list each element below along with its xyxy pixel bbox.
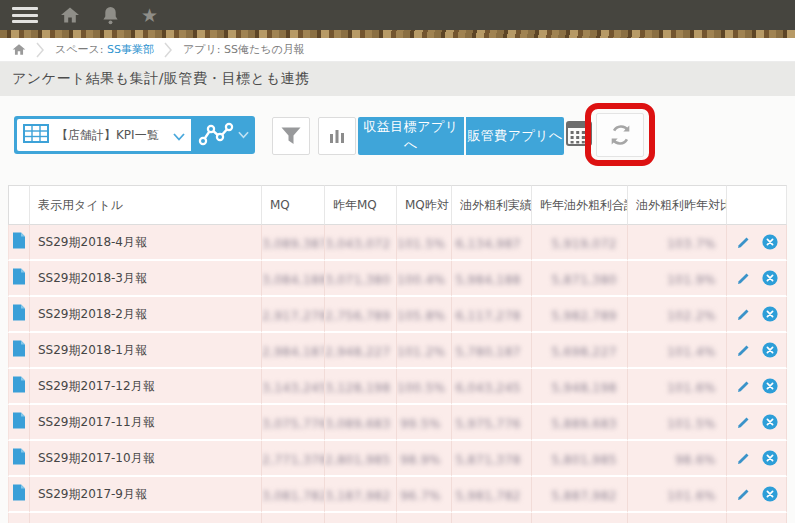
edit-record-button[interactable] — [734, 376, 754, 396]
breadcrumb-app-label: アプリ: SS俺たちの月報 — [183, 42, 305, 57]
refresh-icon — [608, 123, 633, 147]
table-row: SS29期2017-12月報3,143,2453,128,198100.5%6,… — [8, 369, 787, 405]
record-value: 101.5% — [628, 405, 727, 441]
delete-record-button[interactable] — [760, 448, 780, 468]
record-value: 3,089,387 — [262, 225, 325, 261]
record-value: 101.9% — [628, 261, 727, 297]
record-value: 101.2% — [397, 333, 452, 369]
delete-icon — [762, 306, 778, 322]
edit-record-button[interactable] — [734, 484, 754, 504]
record-value: 101.6% — [628, 477, 727, 513]
bell-icon[interactable] — [102, 6, 119, 25]
record-value: 5,871,378 — [452, 441, 532, 477]
chart-button[interactable] — [318, 117, 356, 155]
record-value: 100.5% — [397, 369, 452, 405]
record-title[interactable] — [30, 513, 262, 523]
record-title[interactable]: SS29期2018-4月報 — [30, 225, 262, 261]
calculator-grid-icon[interactable] — [566, 121, 592, 147]
record-actions — [727, 477, 787, 513]
header-lastyear-mq: 昨年MQ — [325, 185, 397, 225]
content-area: 【店舗計】KPI一覧 — [0, 96, 795, 523]
view-selector[interactable]: 【店舗計】KPI一覧 — [14, 116, 255, 154]
home-icon[interactable] — [60, 6, 80, 24]
record-value: 5,871,380 — [532, 261, 628, 297]
record-value: 3,143,245 — [262, 369, 325, 405]
record-title[interactable]: SS29期2018-3月報 — [30, 261, 262, 297]
record-value — [325, 513, 397, 523]
table-view-icon — [23, 124, 49, 147]
record-value: 102.2% — [628, 297, 727, 333]
menu-icon[interactable] — [12, 7, 38, 23]
header-mq: MQ — [262, 185, 325, 225]
record-value — [628, 513, 727, 523]
delete-record-button[interactable] — [760, 376, 780, 396]
record-value: 105.8% — [397, 297, 452, 333]
record-value: 6,117,278 — [452, 297, 532, 333]
delete-record-button[interactable] — [760, 268, 780, 288]
graph-view-button[interactable] — [191, 116, 255, 154]
breadcrumb-home-icon[interactable] — [12, 43, 26, 56]
delete-icon — [762, 450, 778, 466]
edit-record-button[interactable] — [734, 268, 754, 288]
table-row: SS29期2017-9月報3,081,7823,187,98296.7%5,98… — [8, 477, 787, 513]
page-title: アンケート結果も集計/販管費・目標とも連携 — [12, 70, 310, 88]
view-selector-current[interactable]: 【店舗計】KPI一覧 — [17, 119, 191, 151]
delete-record-button[interactable] — [760, 232, 780, 252]
record-title[interactable]: SS29期2018-1月報 — [30, 333, 262, 369]
refresh-button[interactable] — [596, 113, 644, 157]
delete-record-button[interactable] — [760, 484, 780, 504]
record-value: 5,698,227 — [532, 333, 628, 369]
revenue-target-app-button[interactable]: 収益目標アプリへ — [358, 117, 464, 155]
record-value — [452, 513, 532, 523]
record-actions — [727, 441, 787, 477]
delete-record-button[interactable] — [760, 412, 780, 432]
record-value: 5,982,789 — [532, 297, 628, 333]
record-document-icon — [12, 484, 26, 501]
edit-record-button[interactable] — [734, 412, 754, 432]
record-icon-cell — [8, 333, 30, 369]
record-value: 5,981,782 — [452, 477, 532, 513]
delete-record-button[interactable] — [760, 340, 780, 360]
edit-record-button[interactable] — [734, 304, 754, 324]
header-title: 表示用タイトル — [30, 185, 262, 225]
header-icon-col — [8, 185, 30, 225]
record-value: 101.6% — [628, 369, 727, 405]
record-value — [532, 513, 628, 523]
table-row: SS29期2018-3月報3,084,1883,071,380100.4%5,9… — [8, 261, 787, 297]
delete-record-button[interactable] — [760, 304, 780, 324]
record-actions — [727, 405, 787, 441]
record-document-icon — [12, 268, 26, 285]
record-value: 101.4% — [628, 333, 727, 369]
record-title[interactable]: SS29期2017-12月報 — [30, 369, 262, 405]
record-icon-cell — [8, 225, 30, 261]
edit-icon — [736, 271, 751, 286]
record-title[interactable]: SS29期2017-10月報 — [30, 441, 262, 477]
star-icon[interactable]: ★ — [141, 6, 158, 25]
record-title[interactable]: SS29期2017-9月報 — [30, 477, 262, 513]
header-oil-profit: 油外粗利実績 — [452, 185, 532, 225]
record-document-icon — [12, 412, 26, 429]
record-value: 5,887,982 — [532, 477, 628, 513]
breadcrumb-space-prefix: スペース: — [55, 43, 103, 56]
record-value: 2,756,789 — [325, 297, 397, 333]
breadcrumb-space-link[interactable]: SS事業部 — [107, 43, 154, 56]
table-body: SS29期2018-4月報3,089,3873,043,072101.5%6,1… — [8, 225, 787, 523]
record-title[interactable]: SS29期2017-11月報 — [30, 405, 262, 441]
breadcrumb: スペース: SS事業部 アプリ: SS俺たちの月報 — [0, 38, 795, 62]
record-value: 5,948,198 — [532, 369, 628, 405]
chevron-right-icon — [36, 42, 45, 58]
edit-record-button[interactable] — [734, 448, 754, 468]
chevron-down-icon — [238, 131, 249, 139]
edit-record-button[interactable] — [734, 232, 754, 252]
record-value: 5,919,072 — [532, 225, 628, 261]
sga-app-button[interactable]: 販管費アプリへ — [466, 117, 564, 155]
filter-button[interactable] — [272, 117, 310, 155]
cover-image-strip — [0, 30, 795, 38]
record-title[interactable]: SS29期2018-2月報 — [30, 297, 262, 333]
record-icon-cell — [8, 261, 30, 297]
record-value: 2,771,378 — [262, 441, 325, 477]
record-document-icon — [12, 304, 26, 321]
edit-record-button[interactable] — [734, 340, 754, 360]
record-icon-cell — [8, 405, 30, 441]
record-document-icon — [12, 232, 26, 249]
